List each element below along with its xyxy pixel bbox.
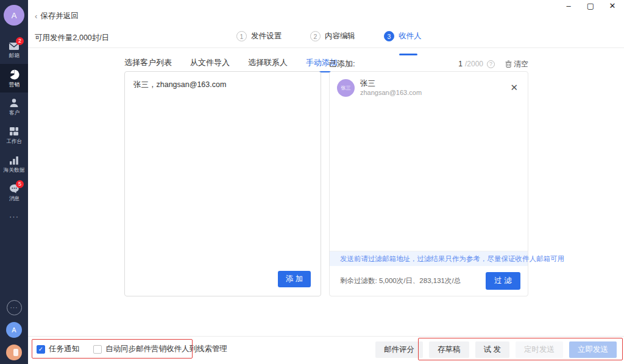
- step-label: 发件设置: [251, 31, 282, 41]
- sidebar-nav: 邮箱 2 营销 客户: [0, 35, 28, 225]
- manual-add-panel: 张三，zhangsan@163.com 添 加: [124, 71, 321, 296]
- send-now-button[interactable]: 立即发送: [569, 341, 617, 358]
- close-button[interactable]: ✕: [604, 0, 620, 11]
- filter-button[interactable]: 过 滤: [486, 272, 520, 290]
- tab-file-import[interactable]: 从文件导入: [190, 57, 230, 72]
- sidebar-item-label: 海关数据: [4, 167, 25, 172]
- auto-sync-checkbox[interactable]: 自动同步邮件营销收件人到线索管理: [93, 344, 227, 354]
- step-label: 内容编辑: [325, 31, 355, 41]
- added-count: 1/2000 ?: [458, 60, 495, 68]
- recipient-name: 张三: [360, 79, 422, 88]
- send-quota-label: 可用发件量2,000封/日: [35, 33, 109, 43]
- step-number: 3: [384, 31, 394, 41]
- recipient-input-area[interactable]: 张三，zhangsan@163.com: [125, 72, 321, 98]
- user-avatar[interactable]: A: [6, 322, 22, 338]
- sidebar-item-marketing[interactable]: 营销: [0, 64, 28, 93]
- test-send-button[interactable]: 试 发: [475, 341, 509, 358]
- step-send-settings[interactable]: 1 发件设置: [236, 31, 282, 41]
- trash-icon: [505, 60, 512, 68]
- save-and-return-button[interactable]: ‹ 保存并返回: [35, 11, 79, 21]
- task-notify-checkbox[interactable]: 任务通知: [37, 344, 79, 354]
- bar-chart-icon: [9, 156, 19, 165]
- scheduled-send-button[interactable]: 定时发送: [516, 341, 563, 358]
- filter-row: 剩余过滤数: 5,000次/日、283,131次/总 过 滤: [330, 266, 528, 296]
- added-recipients-panel: 张三 张三 zhangsan@163.com ✕ 发送前请过滤邮箱地址，过滤结果…: [329, 71, 528, 296]
- sidebar-item-messages[interactable]: 消息 5: [0, 178, 28, 207]
- wizard-steps: 1 发件设置 2 内容编辑 3 收件人: [236, 31, 422, 41]
- maximize-button[interactable]: ▢: [583, 0, 598, 11]
- sidebar-item-label: 客户: [9, 110, 19, 115]
- back-chevron-icon: ‹: [35, 12, 37, 21]
- footer-divider: [28, 336, 624, 337]
- save-draft-button[interactable]: 存草稿: [429, 341, 469, 358]
- email-score-button[interactable]: 邮件评分: [375, 341, 423, 358]
- added-header: 已添加: 1/2000 ? 清空: [329, 58, 528, 69]
- person-icon: [9, 98, 19, 108]
- account-avatar[interactable]: A: [4, 5, 24, 26]
- back-label: 保存并返回: [40, 11, 79, 21]
- sidebar-item-customs-data[interactable]: 海关数据: [0, 150, 28, 178]
- assistant-avatar[interactable]: [6, 345, 22, 360]
- messages-badge: 5: [16, 180, 24, 188]
- step-recipients[interactable]: 3 收件人: [384, 31, 422, 41]
- clear-label: 清空: [514, 59, 528, 69]
- checkbox-checked-icon: [37, 345, 45, 354]
- checkbox-label: 自动同步邮件营销收件人到线索管理: [105, 344, 227, 354]
- sidebar-item-label: 邮箱: [9, 52, 19, 58]
- tab-contacts[interactable]: 选择联系人: [248, 57, 288, 72]
- added-title: 已添加:: [329, 58, 355, 69]
- step-number: 1: [236, 31, 247, 41]
- recipient-email: zhangsan@163.com: [360, 88, 422, 97]
- assistant-icon: [13, 349, 18, 356]
- recipient-source-tabs: 选择客户列表 从文件导入 选择联系人 手动添加: [124, 57, 338, 72]
- more-options-icon[interactable]: ···: [7, 300, 22, 315]
- sidebar-item-mail[interactable]: 邮箱 2: [0, 35, 28, 64]
- step-number: 2: [310, 31, 321, 41]
- checkbox-label: 任务通知: [49, 344, 79, 354]
- sidebar-item-label: 消息: [9, 195, 19, 201]
- grid-icon: [9, 127, 19, 136]
- recipient-list-empty-space: [330, 103, 528, 251]
- sidebar-bottom: ··· A: [0, 300, 28, 360]
- sidebar-more-button[interactable]: ···: [0, 207, 28, 225]
- remove-recipient-icon[interactable]: ✕: [508, 82, 520, 93]
- mail-badge: 2: [16, 37, 24, 45]
- sidebar-item-label: 工作台: [6, 138, 22, 144]
- recipient-info: 张三 zhangsan@163.com: [360, 79, 422, 97]
- minimize-button[interactable]: –: [561, 0, 576, 11]
- step-content-edit[interactable]: 2 内容编辑: [310, 31, 355, 41]
- clear-all-button[interactable]: 清空: [505, 59, 528, 69]
- header-divider: [28, 47, 624, 48]
- recipient-avatar: 张三: [337, 79, 355, 97]
- filter-quota-label: 剩余过滤数: 5,000次/日、283,131次/总: [340, 276, 461, 285]
- sidebar-item-customers[interactable]: 客户: [0, 93, 28, 121]
- email-campaign-window: – ▢ ✕ A 邮箱 2 营销: [0, 0, 624, 364]
- help-icon[interactable]: ?: [487, 60, 495, 68]
- checkbox-unchecked-icon: [93, 345, 102, 354]
- count-current: 1: [458, 60, 463, 68]
- pie-chart-icon: [9, 69, 20, 80]
- sidebar: A 邮箱 2 营销: [0, 0, 28, 364]
- sidebar-item-label: 营销: [9, 82, 19, 87]
- count-max: /2000: [465, 60, 483, 68]
- sidebar-item-workbench[interactable]: 工作台: [0, 121, 28, 150]
- step-label: 收件人: [399, 31, 422, 41]
- filter-notice: 发送前请过滤邮箱地址，过滤结果只作为参考，尽量保证收件人邮箱可用: [330, 251, 528, 266]
- add-button[interactable]: 添 加: [278, 271, 311, 287]
- footer-checkboxes: 任务通知 自动同步邮件营销收件人到线索管理: [37, 344, 227, 354]
- active-step-underline: [399, 54, 417, 55]
- footer-actions: 邮件评分 存草稿 试 发 定时发送 立即发送: [375, 341, 617, 358]
- window-controls: – ▢ ✕: [561, 0, 620, 11]
- recipient-card: 张三 张三 zhangsan@163.com ✕: [330, 72, 528, 103]
- tab-customer-list[interactable]: 选择客户列表: [124, 57, 172, 72]
